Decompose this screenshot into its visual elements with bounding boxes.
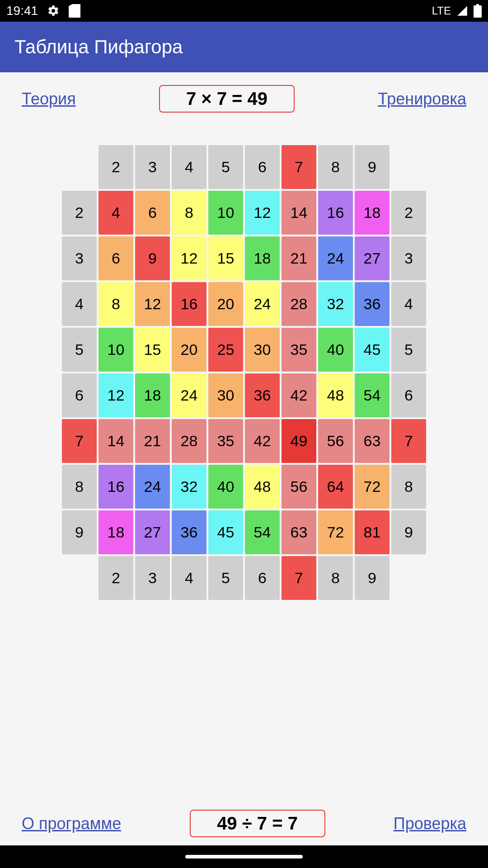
col-header[interactable]: 9 [355,556,389,600]
table-cell[interactable]: 18 [355,191,389,235]
table-cell[interactable]: 6 [135,191,170,235]
table-cell[interactable]: 24 [135,465,170,509]
table-cell[interactable]: 20 [208,282,243,326]
table-cell[interactable]: 40 [318,328,353,372]
row-header[interactable]: 4 [62,282,97,326]
table-cell[interactable]: 12 [135,282,170,326]
row-header[interactable]: 2 [391,191,426,235]
table-cell[interactable]: 12 [99,373,133,417]
table-cell[interactable]: 27 [355,236,389,280]
table-cell[interactable]: 45 [355,328,389,372]
table-cell[interactable]: 30 [208,373,243,417]
col-header[interactable]: 8 [318,556,353,600]
table-cell[interactable]: 32 [318,282,353,326]
table-cell[interactable]: 56 [282,465,316,509]
table-cell[interactable]: 21 [282,236,316,280]
col-header[interactable]: 5 [208,556,243,600]
row-header[interactable]: 7 [391,419,426,463]
table-cell[interactable]: 35 [282,328,316,372]
col-header[interactable]: 7 [282,556,316,600]
col-header[interactable]: 8 [318,145,353,189]
table-cell[interactable]: 16 [172,282,206,326]
table-cell[interactable]: 42 [245,419,280,463]
table-cell[interactable]: 14 [99,419,133,463]
table-cell[interactable]: 63 [355,419,389,463]
table-cell[interactable]: 49 [282,419,316,463]
col-header[interactable]: 3 [135,556,170,600]
col-header[interactable]: 7 [282,145,316,189]
row-header[interactable]: 9 [62,510,97,554]
table-cell[interactable]: 16 [99,465,133,509]
row-header[interactable]: 2 [62,191,97,235]
table-cell[interactable]: 56 [318,419,353,463]
row-header[interactable]: 3 [62,236,97,280]
col-header[interactable]: 2 [99,556,133,600]
check-link[interactable]: Проверка [394,814,466,833]
col-header[interactable]: 4 [172,145,206,189]
nav-home-indicator[interactable] [185,855,303,859]
col-header[interactable]: 5 [208,145,243,189]
table-cell[interactable]: 72 [318,510,353,554]
table-cell[interactable]: 15 [208,236,243,280]
table-cell[interactable]: 36 [355,282,389,326]
table-cell[interactable]: 36 [245,373,280,417]
table-cell[interactable]: 9 [135,236,170,280]
table-cell[interactable]: 81 [355,510,389,554]
row-header[interactable]: 9 [391,510,426,554]
row-header[interactable]: 3 [391,236,426,280]
row-header[interactable]: 4 [391,282,426,326]
table-cell[interactable]: 18 [99,510,133,554]
table-cell[interactable]: 42 [282,373,316,417]
table-cell[interactable]: 45 [208,510,243,554]
row-header[interactable]: 7 [62,419,97,463]
table-cell[interactable]: 28 [172,419,206,463]
training-link[interactable]: Тренировка [378,90,466,108]
col-header[interactable]: 4 [172,556,206,600]
table-cell[interactable]: 10 [99,328,133,372]
theory-link[interactable]: Теория [22,90,76,108]
table-cell[interactable]: 36 [172,510,206,554]
table-cell[interactable]: 14 [282,191,316,235]
table-cell[interactable]: 8 [99,282,133,326]
table-cell[interactable]: 64 [318,465,353,509]
table-cell[interactable]: 30 [245,328,280,372]
col-header[interactable]: 6 [245,145,280,189]
table-cell[interactable]: 24 [172,373,206,417]
row-header[interactable]: 8 [62,465,97,509]
table-cell[interactable]: 48 [245,465,280,509]
table-cell[interactable]: 25 [208,328,243,372]
row-header[interactable]: 5 [391,328,426,372]
about-link[interactable]: О программе [22,814,121,833]
table-cell[interactable]: 20 [172,328,206,372]
table-cell[interactable]: 6 [99,236,133,280]
table-cell[interactable]: 16 [318,191,353,235]
table-cell[interactable]: 10 [208,191,243,235]
table-cell[interactable]: 18 [135,373,170,417]
col-header[interactable]: 6 [245,556,280,600]
table-cell[interactable]: 40 [208,465,243,509]
table-cell[interactable]: 18 [245,236,280,280]
table-cell[interactable]: 12 [172,236,206,280]
table-cell[interactable]: 21 [135,419,170,463]
table-cell[interactable]: 12 [245,191,280,235]
table-cell[interactable]: 4 [99,191,133,235]
col-header[interactable]: 3 [135,145,170,189]
table-cell[interactable]: 72 [355,465,389,509]
row-header[interactable]: 6 [62,373,97,417]
col-header[interactable]: 9 [355,145,389,189]
table-cell[interactable]: 15 [135,328,170,372]
table-cell[interactable]: 54 [355,373,389,417]
table-cell[interactable]: 24 [245,282,280,326]
col-header[interactable]: 2 [99,145,133,189]
table-cell[interactable]: 54 [245,510,280,554]
table-cell[interactable]: 35 [208,419,243,463]
row-header[interactable]: 6 [391,373,426,417]
table-cell[interactable]: 8 [172,191,206,235]
table-cell[interactable]: 27 [135,510,170,554]
table-cell[interactable]: 48 [318,373,353,417]
table-cell[interactable]: 63 [282,510,316,554]
row-header[interactable]: 8 [391,465,426,509]
table-cell[interactable]: 24 [318,236,353,280]
table-cell[interactable]: 32 [172,465,206,509]
table-cell[interactable]: 28 [282,282,316,326]
